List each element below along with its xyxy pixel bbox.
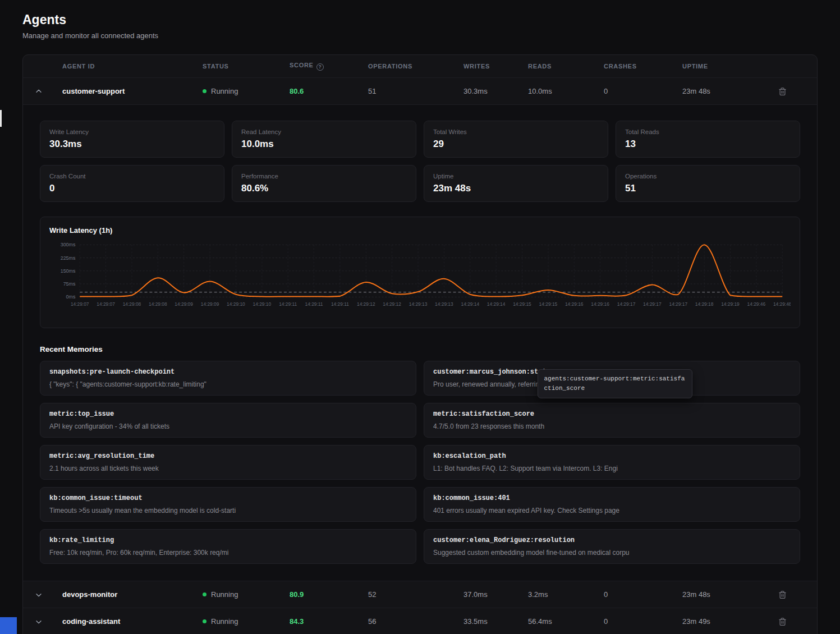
reads: 3.2ms xyxy=(520,590,596,599)
stat-label: Operations xyxy=(625,173,791,180)
stat-label: Uptime xyxy=(433,173,599,180)
memory-card[interactable]: kb:common_issue:timeout Timeouts >5s usu… xyxy=(40,487,416,522)
svg-text:0ms: 0ms xyxy=(66,294,76,300)
svg-text:14:29:11: 14:29:11 xyxy=(305,301,323,306)
memory-card[interactable]: kb:rate_limiting Free: 10k req/min, Pro:… xyxy=(40,529,416,564)
score-info-icon[interactable]: ? xyxy=(316,63,324,71)
svg-text:14:29:09: 14:29:09 xyxy=(175,301,193,306)
svg-text:14:29:07: 14:29:07 xyxy=(97,301,115,306)
memory-value: 401 errors usually mean expired API key.… xyxy=(433,507,791,514)
crashes: 0 xyxy=(596,617,674,626)
agents-page: Agents Manage and monitor all connected … xyxy=(0,0,840,634)
chevron-down-icon[interactable] xyxy=(23,590,54,599)
status-dot xyxy=(203,619,206,623)
agent-id: customer-support xyxy=(54,87,195,95)
stat-card: Total Reads 13 xyxy=(616,121,800,158)
memory-key: kb:common_issue:401 xyxy=(433,494,791,502)
memory-value: API key configuration - 34% of all ticke… xyxy=(49,422,407,430)
memory-card[interactable]: snapshots:pre-launch-checkpoint { "keys"… xyxy=(40,361,416,396)
stats-grid: Write Latency 30.3ms Read Latency 10.0ms… xyxy=(40,121,800,202)
svg-text:14:29:12: 14:29:12 xyxy=(357,301,375,306)
memory-key: metric:top_issue xyxy=(49,410,407,418)
svg-text:14:29:10: 14:29:10 xyxy=(253,301,272,306)
memory-card[interactable]: kb:common_issue:401 401 errors usually m… xyxy=(424,487,800,522)
memory-card[interactable]: customer:elena_Rodriguez:resolution Sugg… xyxy=(424,529,800,564)
status-dot xyxy=(203,592,206,596)
status: Running xyxy=(195,617,282,626)
svg-text:14:29:13: 14:29:13 xyxy=(409,301,428,306)
table-row[interactable]: coding-assistant Running 84.3 56 33.5ms … xyxy=(23,608,817,634)
svg-text:14:29:17: 14:29:17 xyxy=(669,301,687,306)
svg-text:14:29:18: 14:29:18 xyxy=(695,301,714,306)
column-header-status: Status xyxy=(195,63,282,70)
delete-agent-button[interactable] xyxy=(776,588,789,601)
stat-card: Uptime 23m 48s xyxy=(424,165,608,202)
trash-icon xyxy=(778,590,787,599)
svg-text:14:29:11: 14:29:11 xyxy=(331,301,349,306)
stat-value: 0 xyxy=(49,183,215,194)
svg-text:14:29:46: 14:29:46 xyxy=(747,301,766,306)
svg-text:14:29:12: 14:29:12 xyxy=(383,301,401,306)
memory-card[interactable]: kb:escalation_path L1: Bot handles FAQ. … xyxy=(424,445,800,480)
trash-icon xyxy=(778,617,787,626)
chart-title: Write Latency (1h) xyxy=(49,226,791,235)
status: Running xyxy=(195,590,282,599)
writes: 33.5ms xyxy=(456,617,520,626)
svg-text:14:29:15: 14:29:15 xyxy=(513,301,531,306)
svg-text:14:29:08: 14:29:08 xyxy=(123,301,141,306)
page-title: Agents xyxy=(22,12,818,27)
memory-card[interactable]: metric:satisfaction_score 4.7/5.0 from 2… xyxy=(424,403,800,438)
reads: 56.4ms xyxy=(520,617,596,626)
stat-value: 51 xyxy=(625,183,791,194)
uptime: 23m 49s xyxy=(674,617,747,626)
memory-key: kb:escalation_path xyxy=(433,452,791,460)
table-row-customer-support[interactable]: customer-support Running 80.6 51 30.3ms … xyxy=(23,77,817,104)
page-subtitle: Manage and monitor all connected agents xyxy=(22,31,818,40)
latency-chart: 0ms75ms150ms225ms300ms14:29:0714:29:0714… xyxy=(49,238,791,323)
status-label: Running xyxy=(211,87,238,95)
stat-label: Read Latency xyxy=(241,128,407,135)
memory-key: customer:elena_Rodriguez:resolution xyxy=(433,536,791,544)
table-row[interactable]: devops-monitor Running 80.9 52 37.0ms 3.… xyxy=(23,581,817,608)
svg-text:14:29:16: 14:29:16 xyxy=(591,301,609,306)
status-label: Running xyxy=(211,590,238,599)
delete-agent-button[interactable] xyxy=(776,85,789,98)
writes: 30.3ms xyxy=(456,87,520,95)
score: 84.3 xyxy=(282,617,360,626)
svg-text:14:29:19: 14:29:19 xyxy=(721,301,740,306)
stat-value: 23m 48s xyxy=(433,183,599,194)
crashes: 0 xyxy=(596,87,674,95)
memory-key: metric:avg_resolution_time xyxy=(49,452,407,460)
svg-text:14:29:09: 14:29:09 xyxy=(201,301,219,306)
stat-value: 10.0ms xyxy=(241,139,407,150)
memory-card[interactable]: metric:avg_resolution_time 2.1 hours acr… xyxy=(40,445,416,480)
memory-value: Suggested custom embedding model fine-tu… xyxy=(433,549,791,557)
stat-card: Operations 51 xyxy=(616,165,800,202)
delete-agent-button[interactable] xyxy=(776,615,789,628)
svg-text:14:29:11: 14:29:11 xyxy=(279,301,297,306)
column-header-writes: Writes xyxy=(456,63,520,70)
svg-text:14:29:08: 14:29:08 xyxy=(149,301,167,306)
table-header-row: Agent ID Status Score? Operations Writes… xyxy=(23,55,817,77)
memory-value: Free: 10k req/min, Pro: 60k req/min, Ent… xyxy=(49,549,407,557)
column-header-agent-id: Agent ID xyxy=(54,63,195,70)
stat-value: 30.3ms xyxy=(49,139,215,150)
chevron-up-icon[interactable] xyxy=(23,87,54,96)
svg-text:14:29:48: 14:29:48 xyxy=(773,301,791,306)
stat-label: Performance xyxy=(241,173,407,180)
memory-value: Timeouts >5s usually mean the embedding … xyxy=(49,507,407,514)
operations: 52 xyxy=(360,590,456,599)
memory-value: L1: Bot handles FAQ. L2: Support team vi… xyxy=(433,465,791,472)
svg-text:14:29:14: 14:29:14 xyxy=(461,301,480,306)
memory-key: metric:satisfaction_score xyxy=(433,410,791,418)
stat-value: 29 xyxy=(433,139,599,150)
memory-card[interactable]: metric:top_issue API key configuration -… xyxy=(40,403,416,438)
chevron-down-icon[interactable] xyxy=(23,617,54,626)
status: Running xyxy=(195,87,282,95)
svg-text:300ms: 300ms xyxy=(61,242,76,247)
agent-detail-panel: Write Latency 30.3ms Read Latency 10.0ms… xyxy=(23,104,817,581)
svg-text:14:29:15: 14:29:15 xyxy=(539,301,558,306)
svg-text:14:29:13: 14:29:13 xyxy=(435,301,453,306)
svg-text:14:29:17: 14:29:17 xyxy=(617,301,636,306)
stat-card: Crash Count 0 xyxy=(40,165,224,202)
